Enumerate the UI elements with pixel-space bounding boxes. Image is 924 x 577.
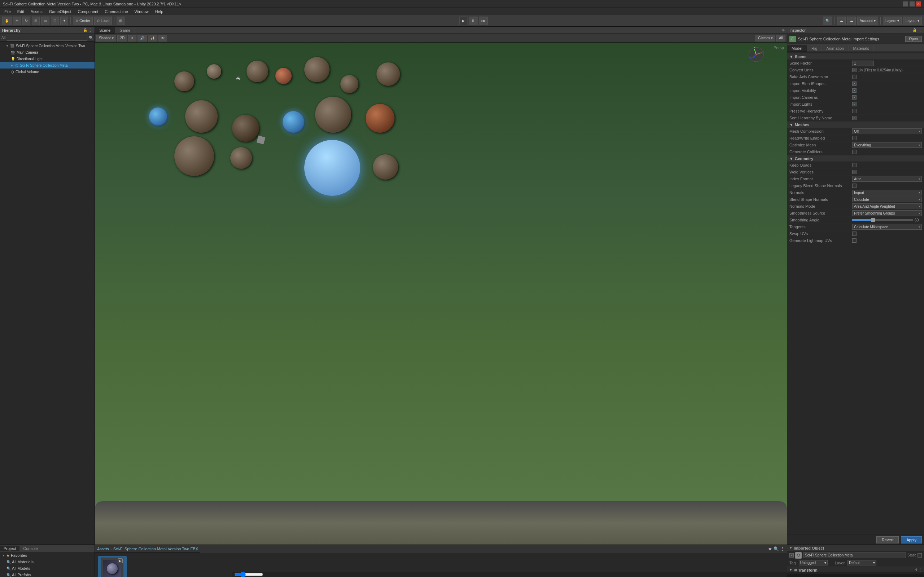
hierarchy-item-sphere-collection[interactable]: ▶ ⬡ Sci-Fi Sphere Collection Metal xyxy=(0,62,95,69)
hierarchy-all-label[interactable]: All xyxy=(2,36,5,40)
transform-info-icon[interactable]: ℹ xyxy=(915,568,917,572)
scene-hidden-button[interactable]: 👁 xyxy=(158,35,167,42)
hierarchy-item-main-camera[interactable]: 📷 Main Camera xyxy=(0,49,95,56)
hierarchy-search-input[interactable] xyxy=(7,35,87,41)
tangents-dropdown[interactable]: Calculate Mikktspace ▾ xyxy=(852,224,922,230)
revert-button[interactable]: Revert xyxy=(876,536,899,543)
menu-component[interactable]: Component xyxy=(75,9,101,15)
tab-rig[interactable]: Rig xyxy=(807,45,822,52)
tab-model[interactable]: Model xyxy=(787,45,807,52)
imported-object-name-input[interactable] xyxy=(803,553,906,558)
meshes-section-header[interactable]: ▼ Meshes xyxy=(787,121,924,128)
import-cameras-checkbox[interactable]: ✓ xyxy=(852,95,856,100)
menu-assets[interactable]: Assets xyxy=(28,9,45,15)
menu-edit[interactable]: Edit xyxy=(15,9,27,15)
preserve-hierarchy-checkbox[interactable] xyxy=(852,109,856,113)
mesh-compression-dropdown[interactable]: Off ▾ xyxy=(852,128,922,134)
layout-button[interactable]: Layout ▾ xyxy=(903,16,922,25)
tab-game[interactable]: Game xyxy=(115,27,135,34)
index-format-dropdown[interactable]: Auto ▾ xyxy=(852,176,922,182)
tool-custom[interactable]: ✦ xyxy=(60,16,68,25)
shading-dropdown[interactable]: Shaded ▾ xyxy=(96,35,116,42)
asset-search-icon[interactable]: 🔍 xyxy=(774,546,779,551)
favorites-all-materials[interactable]: 🔍 All Materials xyxy=(0,559,95,565)
tool-transform[interactable]: ⊡ xyxy=(51,16,59,25)
close-button[interactable]: ✕ xyxy=(916,2,921,6)
transform-menu-icon[interactable]: ⋮ xyxy=(918,568,922,572)
pivot-local-button[interactable]: ⊙ Local xyxy=(94,16,112,25)
gizmos-button[interactable]: Gizmos ▾ xyxy=(756,35,775,42)
menu-gameobject[interactable]: GameObject xyxy=(46,9,74,15)
tag-dropdown[interactable]: Untagged ▾ xyxy=(799,560,828,566)
scene-audio-button[interactable]: 🔊 xyxy=(137,35,147,42)
hierarchy-lock-icon[interactable]: 🔒 xyxy=(83,28,87,32)
read-write-checkbox[interactable] xyxy=(852,136,856,140)
legacy-blend-normals-checkbox[interactable] xyxy=(852,184,856,188)
scene-section-header[interactable]: ▼ Scene xyxy=(787,53,924,60)
normals-mode-dropdown[interactable]: Area And Angle Weighted ▾ xyxy=(852,203,922,209)
hierarchy-item-directional-light[interactable]: 💡 Directional Light xyxy=(0,56,95,62)
blend-shape-normals-dropdown[interactable]: Calculate ▾ xyxy=(852,197,922,202)
snap-button[interactable]: ⊞ xyxy=(116,16,124,25)
maximize-button[interactable]: □ xyxy=(909,2,914,6)
inspector-lock-icon[interactable]: 🔒 xyxy=(913,28,917,32)
tab-project[interactable]: Project xyxy=(0,546,19,551)
scene-2d-button[interactable]: 2D xyxy=(117,35,127,42)
tool-scale[interactable]: ⊞ xyxy=(32,16,40,25)
normals-dropdown[interactable]: Import ▾ xyxy=(852,190,922,195)
pivot-center-button[interactable]: ⊕ Center xyxy=(73,16,93,25)
account-button[interactable]: Account ▾ xyxy=(857,16,878,25)
menu-cinemachine[interactable]: Cinemachine xyxy=(102,9,131,15)
swap-uvs-checkbox[interactable] xyxy=(852,232,856,236)
minimize-button[interactable]: — xyxy=(903,2,908,6)
scale-factor-input[interactable] xyxy=(852,61,874,66)
tool-rect[interactable]: ▭ xyxy=(41,16,50,25)
geometry-section-header[interactable]: ▼ Geometry xyxy=(787,155,924,162)
convert-units-checkbox[interactable]: ✓ xyxy=(852,68,856,72)
search-global-button[interactable]: 🔍 xyxy=(823,16,832,25)
open-button[interactable]: Open xyxy=(905,36,922,42)
import-lights-checkbox[interactable]: ✓ xyxy=(852,102,856,106)
tab-materials[interactable]: Materials xyxy=(848,45,874,52)
apply-button[interactable]: Apply xyxy=(901,536,922,543)
pause-button[interactable]: ⏸ xyxy=(469,16,478,25)
collab-button[interactable]: ☁ xyxy=(837,16,846,25)
static-checkbox[interactable] xyxy=(918,553,922,558)
asset-size-slider[interactable] xyxy=(234,573,263,576)
favorites-all-prefabs[interactable]: 🔍 All Prefabs xyxy=(0,572,95,577)
tab-animation[interactable]: Animation xyxy=(822,45,848,52)
menu-help[interactable]: Help xyxy=(152,9,166,15)
inspector-menu-icon[interactable]: ⋮ xyxy=(918,28,922,32)
asset-fav-icon[interactable]: ★ xyxy=(768,546,772,551)
tab-console[interactable]: Console xyxy=(19,546,41,551)
unity-services-button[interactable]: ☁ xyxy=(847,16,856,25)
import-visibility-checkbox[interactable]: ✓ xyxy=(852,89,856,93)
generate-colliders-checkbox[interactable] xyxy=(852,150,856,154)
menu-file[interactable]: File xyxy=(2,9,14,15)
hierarchy-menu-icon[interactable]: ⋮ xyxy=(89,28,92,32)
scene-light-button[interactable]: ☀ xyxy=(128,35,136,42)
asset-sort-icon[interactable]: ⋮ xyxy=(780,546,785,551)
scene-effects-button[interactable]: ✨ xyxy=(148,35,157,42)
imported-object-active-checkbox[interactable]: ✓ xyxy=(789,553,794,558)
step-button[interactable]: ⏭ xyxy=(479,16,488,25)
optimize-mesh-dropdown[interactable]: Everything ▾ xyxy=(852,142,922,148)
hierarchy-item-global-volume[interactable]: ⬡ Global Volume xyxy=(0,69,95,75)
hierarchy-item-scene[interactable]: ▼ 🎬 Sci-Fi Sphere Collection Metal Versi… xyxy=(0,43,95,49)
favorites-group[interactable]: ▼ ★ Favorites xyxy=(0,552,95,559)
breadcrumb-assets[interactable]: Assets xyxy=(97,547,109,551)
favorites-all-models[interactable]: 🔍 All Models xyxy=(0,565,95,572)
weld-vertices-checkbox[interactable]: ✓ xyxy=(852,170,856,174)
tool-move[interactable]: ✛ xyxy=(13,16,21,25)
play-button[interactable]: ▶ xyxy=(459,16,467,25)
generate-lightmap-uvs-checkbox[interactable] xyxy=(852,239,856,243)
smoothing-angle-slider[interactable] xyxy=(852,219,913,221)
layers-button[interactable]: Layers ▾ xyxy=(883,16,901,25)
breadcrumb-scifi-folder[interactable]: Sci-Fi Sphere Collection Metal Version T… xyxy=(113,547,198,551)
sort-hierarchy-checkbox[interactable]: ✓ xyxy=(852,116,856,120)
import-blendshapes-checkbox[interactable]: ✓ xyxy=(852,82,856,86)
keep-quads-checkbox[interactable] xyxy=(852,163,856,167)
asset-item-scifi-fbx[interactable]: ▶ Sci-Fi Sphe... xyxy=(98,556,127,577)
menu-window[interactable]: Window xyxy=(132,9,152,15)
tab-scene[interactable]: Scene xyxy=(95,27,115,34)
